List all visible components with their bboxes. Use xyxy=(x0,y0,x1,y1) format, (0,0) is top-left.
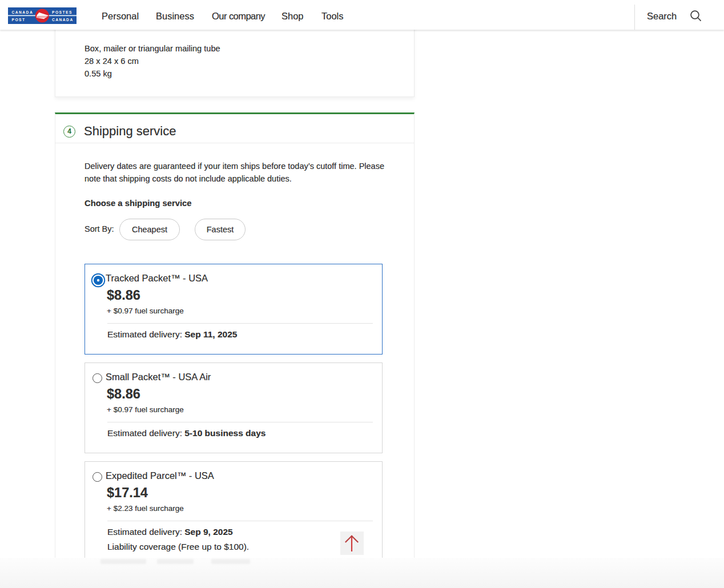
svg-text:POSTES: POSTES xyxy=(52,10,73,14)
svg-text:CANADA: CANADA xyxy=(52,18,74,22)
svg-text:POST: POST xyxy=(12,18,26,22)
svg-text:CANADA: CANADA xyxy=(12,10,34,14)
